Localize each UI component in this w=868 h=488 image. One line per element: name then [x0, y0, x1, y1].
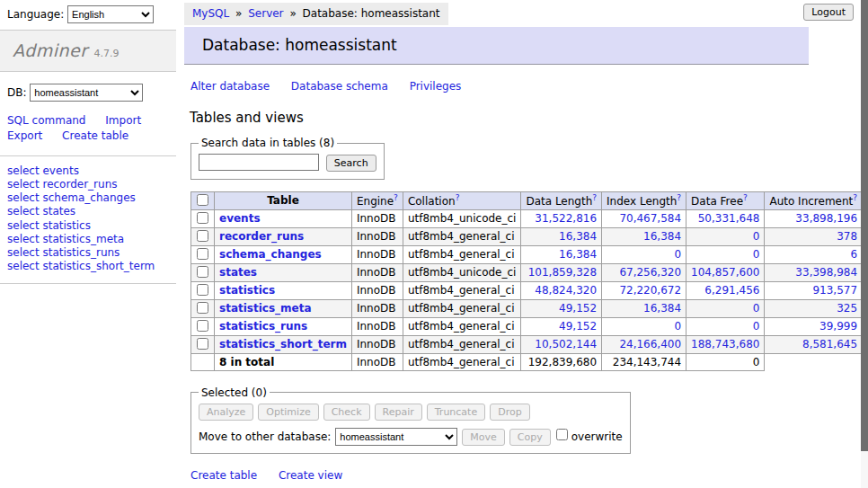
collation-cell: utf8mb4_general_ci — [403, 335, 521, 353]
db-select[interactable]: homeassistant — [30, 84, 143, 102]
table-name-link[interactable]: statistics_runs — [219, 320, 307, 333]
table-name-link[interactable]: events — [219, 212, 261, 225]
overwrite-checkbox[interactable] — [556, 429, 568, 440]
sidebar-link-export[interactable]: Export — [7, 129, 42, 142]
table-name-link[interactable]: states — [219, 266, 257, 279]
scrollbar-thumb[interactable] — [861, 0, 868, 451]
data-free-cell: 0 — [686, 227, 765, 245]
analyze-button[interactable]: Analyze — [199, 404, 253, 421]
move-button[interactable]: Move — [462, 429, 505, 446]
column-help-link[interactable]: ? — [592, 193, 597, 202]
total-index-length-cell: 234,143,744 — [602, 353, 686, 370]
vertical-scrollbar[interactable] — [861, 0, 868, 488]
sidebar-link-create-table[interactable]: Create table — [62, 129, 128, 142]
table-name-cell: events — [215, 209, 352, 227]
sidebar-link-sql-command[interactable]: SQL command — [7, 114, 85, 127]
table-name-cell: schema_changes — [215, 245, 352, 263]
engine-cell: InnoDB — [351, 299, 403, 317]
total-label-cell: 8 in total — [215, 353, 352, 370]
data-free-cell: 104,857,600 — [686, 263, 765, 281]
auto-increment-cell: 325 — [765, 299, 863, 317]
language-select[interactable]: English — [67, 5, 154, 23]
db-label: DB: — [7, 86, 27, 99]
auto-increment-cell: 8,581,645 — [765, 335, 863, 353]
sidebar-select-link[interactable]: select recorder_runs — [7, 178, 169, 191]
collation-cell: utf8mb4_unicode_ci — [403, 263, 521, 281]
move-row: Move to other database: homeassistant Mo… — [199, 428, 623, 446]
index-length-cell: 70,467,584 — [602, 209, 686, 227]
sidebar-select-link[interactable]: select schema_changes — [7, 191, 169, 205]
row-checkbox[interactable] — [197, 338, 208, 350]
page-title: Database: homeassistant — [184, 27, 809, 65]
app-title[interactable]: Adminer — [13, 40, 88, 60]
row-checkbox[interactable] — [197, 266, 208, 278]
optimize-button[interactable]: Optimize — [258, 404, 318, 421]
row-checkbox-cell — [191, 245, 215, 263]
truncate-button[interactable]: Truncate — [427, 404, 485, 421]
table-header-row: TableEngine?Collation?Data Length?Index … — [191, 191, 868, 209]
table-name-cell: statistics_short_term — [215, 335, 352, 353]
sidebar-select-link[interactable]: select statistics_meta — [7, 233, 169, 246]
data-length-cell: 16,384 — [521, 227, 602, 245]
data-free-cell: 0 — [686, 299, 765, 317]
table-row: statistics_short_termInnoDButf8mb4_gener… — [191, 335, 868, 353]
column-header-auto-increment: Auto Increment? — [765, 191, 863, 209]
row-checkbox[interactable] — [197, 212, 208, 224]
row-checkbox-cell — [191, 209, 215, 227]
table-name-link[interactable]: statistics_meta — [219, 302, 312, 315]
alter-database-link[interactable]: Alter database — [190, 80, 270, 93]
index-length-cell: 0 — [602, 245, 686, 263]
total-row: 8 in totalInnoDButf8mb4_general_ci192,83… — [191, 353, 868, 370]
create-view-link[interactable]: Create view — [279, 469, 342, 482]
column-help-link[interactable]: ? — [394, 193, 398, 202]
row-checkbox-cell — [191, 299, 215, 317]
sidebar-select-link[interactable]: select statistics_runs — [7, 246, 169, 260]
sidebar-select-link[interactable]: select statistics_short_term — [7, 260, 169, 273]
table-links: select eventsselect recorder_runsselect … — [0, 156, 176, 284]
sidebar-link-import[interactable]: Import — [105, 114, 141, 127]
database-schema-link[interactable]: Database schema — [291, 80, 388, 93]
table-name-link[interactable]: statistics_short_term — [219, 338, 347, 350]
table-name-link[interactable]: schema_changes — [219, 248, 322, 261]
sidebar-select-link[interactable]: select states — [7, 205, 169, 218]
column-help-link[interactable]: ? — [677, 193, 681, 202]
column-help-link[interactable]: ? — [456, 193, 460, 202]
collation-cell: utf8mb4_general_ci — [403, 281, 521, 299]
row-checkbox[interactable] — [197, 230, 208, 242]
row-checkbox-cell — [191, 263, 215, 281]
table-footer: 8 in totalInnoDButf8mb4_general_ci192,83… — [191, 353, 868, 370]
app-version: 4.7.9 — [93, 48, 119, 59]
data-length-cell: 49,152 — [521, 317, 602, 335]
create-table-link[interactable]: Create table — [190, 469, 257, 482]
table-name-link[interactable]: statistics — [219, 284, 275, 297]
selected-fieldset: Selected (0) AnalyzeOptimizeCheckRepairT… — [190, 386, 631, 454]
column-help-link[interactable]: ? — [853, 193, 857, 202]
search-input[interactable] — [199, 154, 319, 171]
search-button[interactable]: Search — [326, 155, 376, 172]
sidebar-select-link[interactable]: select events — [7, 164, 169, 178]
table-row: statisticsInnoDButf8mb4_general_ci48,824… — [191, 281, 868, 299]
copy-button[interactable]: Copy — [509, 429, 551, 446]
sidebar-select-link[interactable]: select statistics — [7, 219, 169, 233]
index-length-cell: 72,220,672 — [602, 281, 686, 299]
row-checkbox[interactable] — [197, 284, 208, 296]
auto-increment-cell: 39,999 — [765, 317, 863, 335]
drop-button[interactable]: Drop — [490, 404, 529, 421]
table-name-link[interactable]: recorder_runs — [219, 230, 304, 243]
privileges-link[interactable]: Privileges — [410, 80, 462, 93]
row-checkbox[interactable] — [197, 302, 208, 314]
move-db-select[interactable]: homeassistant — [335, 428, 457, 446]
repair-button[interactable]: Repair — [375, 404, 422, 421]
auto-increment-cell: 913,577 — [765, 281, 863, 299]
overwrite-label[interactable]: overwrite — [571, 430, 623, 443]
column-help-link[interactable]: ? — [743, 193, 748, 202]
column-header-table: Table — [215, 191, 352, 209]
check-button[interactable]: Check — [323, 404, 370, 421]
data-free-cell: 50,331,648 — [686, 209, 765, 227]
select-all-checkbox[interactable] — [197, 194, 208, 206]
data-free-cell: 188,743,680 — [686, 335, 765, 353]
data-free-cell: 0 — [686, 317, 765, 335]
row-checkbox[interactable] — [197, 320, 208, 332]
engine-cell: InnoDB — [351, 209, 403, 227]
row-checkbox[interactable] — [197, 248, 208, 260]
